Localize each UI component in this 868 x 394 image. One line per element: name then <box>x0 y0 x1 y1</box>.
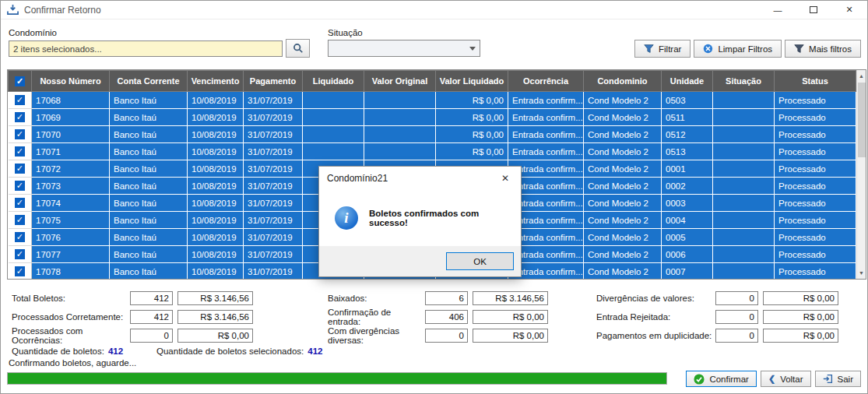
row-checkbox[interactable]: ✓ <box>15 249 25 259</box>
confirmar-button[interactable]: Confirmar <box>686 371 756 387</box>
cell[interactable]: 10/08/2019 <box>188 92 244 109</box>
select-all-cell[interactable]: ✓ <box>9 71 32 92</box>
row-checkbox-cell[interactable]: ✓ <box>9 178 32 195</box>
cell[interactable]: 31/07/2019 <box>244 178 303 195</box>
cell[interactable]: Processado <box>775 92 856 109</box>
cell[interactable]: Cond Modelo 2 <box>584 178 662 195</box>
cell[interactable]: Banco Itaú <box>110 109 188 126</box>
cell[interactable]: 0002 <box>662 178 713 195</box>
cell[interactable]: Banco Itaú <box>110 263 188 280</box>
cell[interactable]: Entrada confirm... <box>508 143 584 160</box>
cell[interactable]: 0503 <box>662 92 713 109</box>
cell[interactable] <box>713 178 775 195</box>
cell[interactable]: 10/08/2019 <box>188 160 244 178</box>
filtrar-button[interactable]: Filtrar <box>634 40 691 58</box>
cell[interactable] <box>713 263 775 280</box>
column-header[interactable]: Status <box>775 71 856 92</box>
cell[interactable]: 10/08/2019 <box>188 229 244 246</box>
cell[interactable] <box>713 143 775 160</box>
cell[interactable]: Entrada confirm... <box>508 92 584 109</box>
cell[interactable]: 0007 <box>662 263 713 280</box>
cell[interactable]: 10/08/2019 <box>188 126 244 143</box>
row-checkbox-cell[interactable]: ✓ <box>9 109 32 126</box>
cell[interactable]: 10/08/2019 <box>188 143 244 160</box>
cell[interactable]: 0513 <box>662 143 713 160</box>
cell[interactable]: 10/08/2019 <box>188 212 244 229</box>
row-checkbox-cell[interactable]: ✓ <box>9 195 32 212</box>
cell[interactable]: 17075 <box>32 212 110 229</box>
cell[interactable] <box>713 212 775 229</box>
cell[interactable]: 17073 <box>32 178 110 195</box>
cell[interactable]: 17078 <box>32 263 110 280</box>
cell[interactable]: 31/07/2019 <box>244 212 303 229</box>
cell[interactable]: 31/07/2019 <box>244 126 303 143</box>
cell[interactable]: 0001 <box>662 160 713 178</box>
cell[interactable]: 31/07/2019 <box>244 92 303 109</box>
cell[interactable]: 31/07/2019 <box>244 143 303 160</box>
cell[interactable] <box>713 126 775 143</box>
cell[interactable]: 10/08/2019 <box>188 263 244 280</box>
row-checkbox-cell[interactable]: ✓ <box>9 92 32 109</box>
cell[interactable]: 17070 <box>32 126 110 143</box>
ok-button[interactable]: OK <box>446 252 514 270</box>
cell[interactable]: Processado <box>775 109 856 126</box>
cell[interactable]: Cond Modelo 2 <box>584 263 662 280</box>
row-checkbox-cell[interactable]: ✓ <box>9 246 32 263</box>
cell[interactable]: 0006 <box>662 246 713 263</box>
cell[interactable] <box>303 143 364 160</box>
cell[interactable]: 0005 <box>662 229 713 246</box>
cell[interactable]: Banco Itaú <box>110 178 188 195</box>
row-checkbox-cell[interactable]: ✓ <box>9 126 32 143</box>
column-header[interactable]: Condominio <box>584 71 662 92</box>
cell[interactable]: Cond Modelo 2 <box>584 92 662 109</box>
table-row[interactable]: ✓17070Banco Itaú10/08/201931/07/2019R$ 0… <box>9 126 856 143</box>
cell[interactable] <box>364 92 436 109</box>
cell[interactable] <box>713 229 775 246</box>
cell[interactable]: Cond Modelo 2 <box>584 195 662 212</box>
condominio-search-button[interactable] <box>286 39 310 58</box>
cell[interactable]: Processado <box>775 178 856 195</box>
cell[interactable]: Banco Itaú <box>110 126 188 143</box>
row-checkbox-cell[interactable]: ✓ <box>9 212 32 229</box>
vertical-scrollbar[interactable]: ▲ ▼ <box>856 70 866 279</box>
row-checkbox[interactable]: ✓ <box>15 198 25 208</box>
table-row[interactable]: ✓17071Banco Itaú10/08/201931/07/2019R$ 0… <box>9 143 856 160</box>
scrollbar-thumb[interactable] <box>858 83 866 157</box>
row-checkbox[interactable]: ✓ <box>15 164 25 174</box>
row-checkbox[interactable]: ✓ <box>15 129 25 139</box>
column-header[interactable]: Ocorrência <box>508 71 584 92</box>
row-checkbox[interactable]: ✓ <box>15 181 25 191</box>
cell[interactable]: 10/08/2019 <box>188 109 244 126</box>
cell[interactable]: 31/07/2019 <box>244 246 303 263</box>
row-checkbox[interactable]: ✓ <box>15 95 25 105</box>
condominio-input[interactable] <box>9 40 283 57</box>
scroll-down-icon[interactable]: ▼ <box>857 267 866 279</box>
voltar-button[interactable]: ❮ Voltar <box>761 371 811 387</box>
dialog-close-button[interactable]: ✕ <box>490 167 521 189</box>
cell[interactable]: Processado <box>775 229 856 246</box>
row-checkbox-cell[interactable]: ✓ <box>9 263 32 280</box>
row-checkbox[interactable]: ✓ <box>15 232 25 242</box>
cell[interactable] <box>713 160 775 178</box>
column-header[interactable]: Nosso Número <box>32 71 110 92</box>
column-header[interactable]: Liquidado <box>303 71 364 92</box>
column-header[interactable]: Pagamento <box>244 71 303 92</box>
cell[interactable] <box>713 246 775 263</box>
cell[interactable]: 31/07/2019 <box>244 109 303 126</box>
row-checkbox[interactable]: ✓ <box>15 215 25 225</box>
cell[interactable] <box>364 143 436 160</box>
maximize-button[interactable] <box>796 1 831 19</box>
row-checkbox-cell[interactable]: ✓ <box>9 229 32 246</box>
cell[interactable]: 10/08/2019 <box>188 246 244 263</box>
cell[interactable]: Cond Modelo 2 <box>584 229 662 246</box>
sair-button[interactable]: Sair <box>815 371 861 387</box>
column-header[interactable]: Unidade <box>662 71 713 92</box>
cell[interactable]: 10/08/2019 <box>188 195 244 212</box>
cell[interactable]: 0512 <box>662 126 713 143</box>
cell[interactable]: Processado <box>775 143 856 160</box>
cell[interactable]: Cond Modelo 2 <box>584 126 662 143</box>
close-button[interactable]: ✕ <box>831 1 867 19</box>
cell[interactable]: 17069 <box>32 109 110 126</box>
minimize-button[interactable]: — <box>760 1 796 19</box>
cell[interactable]: R$ 0,00 <box>436 109 508 126</box>
